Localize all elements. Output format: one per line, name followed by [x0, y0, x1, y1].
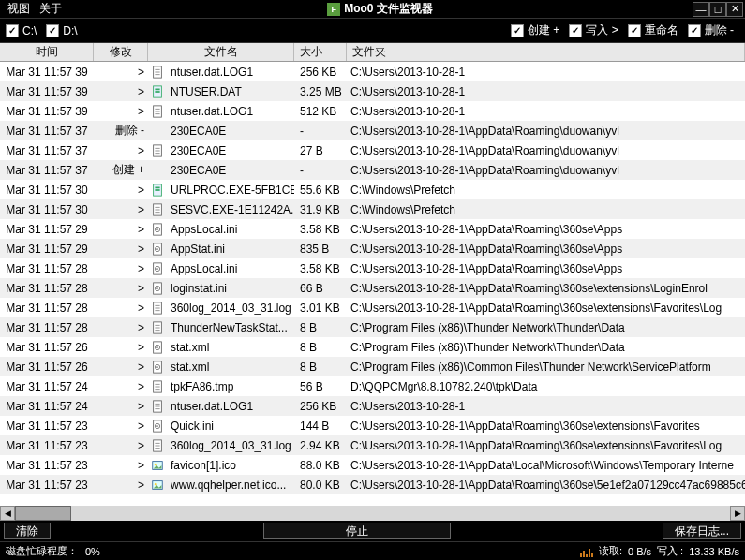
table-row[interactable]: Mar 31 11:57 39>NTUSER.DAT3.25 MBC:\User… [0, 81, 745, 101]
svg-rect-6 [155, 91, 159, 93]
filter-create-label: 创建 + [528, 22, 559, 38]
cell-folder: C:\Program Files (x86)\Thunder Network\T… [347, 337, 745, 357]
table-row[interactable]: Mar 31 11:57 23>www.qqhelper.net.ico...8… [0, 475, 745, 494]
stop-button[interactable]: 停止 [263, 523, 451, 539]
col-folder[interactable]: 文件夹 [347, 43, 745, 61]
file-icon [148, 62, 167, 81]
filter-delete-checkbox[interactable] [688, 24, 701, 37]
cell-size: 8 B [294, 337, 347, 357]
table-row[interactable]: Mar 31 11:57 37删除 -230ECA0E-C:\Users\201… [0, 121, 745, 140]
filter-write-checkbox[interactable] [569, 24, 582, 37]
table-row[interactable]: Mar 31 11:57 37创建 +230ECA0E-C:\Users\201… [0, 160, 745, 180]
table-row[interactable]: Mar 31 11:57 28>loginstat.ini66 BC:\User… [0, 278, 745, 298]
table-row[interactable]: Mar 31 11:57 39>ntuser.dat.LOG1256 KBC:\… [0, 62, 745, 81]
cell-size: - [294, 121, 347, 140]
cell-modify: > [94, 180, 148, 199]
file-icon [148, 337, 167, 357]
table-row[interactable]: Mar 31 11:57 29>AppStat.ini835 BC:\Users… [0, 239, 745, 258]
scroll-right-button[interactable]: ▶ [730, 506, 745, 521]
svg-point-58 [156, 425, 158, 427]
titlebar: 视图 关于 F Moo0 文件监视器 — □ ✕ [0, 0, 745, 19]
cell-time: Mar 31 11:57 37 [0, 140, 94, 160]
cell-folder: D:\QQPCMgr\8.8.10782.240\tpk\Data [347, 376, 745, 396]
table-row[interactable]: Mar 31 11:57 28>AppsLocal.ini3.58 KBC:\U… [0, 258, 745, 278]
file-icon [148, 435, 167, 455]
drive-d-checkbox[interactable] [46, 24, 59, 37]
table-row[interactable]: Mar 31 11:57 28>360log_2014_03_31.log3.0… [0, 298, 745, 317]
col-modify[interactable]: 修改 [94, 43, 148, 61]
cell-size: 256 KB [294, 62, 347, 81]
table-row[interactable]: Mar 31 11:57 37>230ECA0E27 BC:\Users\201… [0, 140, 745, 160]
write-label: 写入 : [657, 544, 683, 558]
cell-size: 80.0 KB [294, 475, 347, 494]
cell-name: SESVC.EXE-1E11242A.pf [167, 199, 294, 219]
horizontal-scrollbar[interactable]: ◀ ▶ [0, 506, 745, 521]
close-button[interactable]: ✕ [726, 2, 743, 17]
cell-folder: C:\Users\2013-10-28-1\AppData\Roaming\36… [347, 475, 745, 494]
cell-modify: > [94, 337, 148, 357]
cell-name: 230ECA0E [167, 140, 294, 160]
cell-name: AppsLocal.ini [167, 258, 294, 278]
file-icon [148, 396, 167, 416]
table-row[interactable]: Mar 31 11:57 26>stat.xml8 BC:\Program Fi… [0, 357, 745, 376]
file-icon [148, 278, 167, 298]
table-row[interactable]: Mar 31 11:57 30>SESVC.EXE-1E11242A.pf31.… [0, 199, 745, 219]
cell-size: 835 B [294, 239, 347, 258]
table-row[interactable]: Mar 31 11:57 23>Quick.ini144 BC:\Users\2… [0, 416, 745, 435]
scroll-left-button[interactable]: ◀ [0, 506, 15, 521]
cell-time: Mar 31 11:57 29 [0, 219, 94, 239]
cell-modify: > [94, 416, 148, 435]
cell-modify: > [94, 140, 148, 160]
cell-time: Mar 31 11:57 30 [0, 180, 94, 199]
filter-rename-checkbox[interactable] [628, 24, 641, 37]
clear-button[interactable]: 清除 [4, 523, 51, 539]
menu-about[interactable]: 关于 [39, 1, 62, 17]
cell-time: Mar 31 11:57 28 [0, 317, 94, 337]
col-time[interactable]: 时间 [0, 43, 94, 61]
cell-modify: > [94, 278, 148, 298]
cell-time: Mar 31 11:57 26 [0, 337, 94, 357]
cell-size: 512 KB [294, 101, 347, 121]
table-row[interactable]: Mar 31 11:57 23>favicon[1].ico88.0 KBC:\… [0, 455, 745, 475]
cell-name: tpkFA86.tmp [167, 376, 294, 396]
cell-time: Mar 31 11:57 37 [0, 160, 94, 180]
cell-folder: C:\Users\2013-10-28-1\AppData\Roaming\du… [347, 160, 745, 180]
scroll-thumb[interactable] [15, 506, 71, 521]
save-log-button[interactable]: 保存日志... [663, 523, 741, 539]
cell-folder: C:\Users\2013-10-28-1 [347, 101, 745, 121]
table-row[interactable]: Mar 31 11:57 24>tpkFA86.tmp56 BD:\QQPCMg… [0, 376, 745, 396]
filter-create-checkbox[interactable] [511, 24, 524, 37]
cell-name: stat.xml [167, 357, 294, 376]
maximize-button[interactable]: □ [709, 2, 726, 17]
table-row[interactable]: Mar 31 11:57 26>stat.xml8 BC:\Program Fi… [0, 337, 745, 357]
cell-name: loginstat.ini [167, 278, 294, 298]
table-row[interactable]: Mar 31 11:57 39>ntuser.dat.LOG1512 KBC:\… [0, 101, 745, 121]
col-size[interactable]: 大小 [294, 43, 347, 61]
drive-c-checkbox[interactable] [6, 24, 19, 37]
cell-modify: > [94, 455, 148, 475]
cell-modify: > [94, 101, 148, 121]
col-name[interactable]: 文件名 [148, 43, 294, 61]
cell-folder: C:\Users\2013-10-28-1\AppData\Local\Micr… [347, 455, 745, 475]
cell-name: stat.xml [167, 337, 294, 357]
cell-size: 144 B [294, 416, 347, 435]
cell-size: - [294, 160, 347, 180]
file-icon [148, 180, 167, 199]
cell-modify: > [94, 258, 148, 278]
table-row[interactable]: Mar 31 11:57 28>ThunderNewTaskStat...8 B… [0, 317, 745, 337]
table-row[interactable]: Mar 31 11:57 30>URLPROC.EXE-5FB1CB...55.… [0, 180, 745, 199]
table-row[interactable]: Mar 31 11:57 29>AppsLocal.ini3.58 KBC:\U… [0, 219, 745, 239]
table-body[interactable]: Mar 31 11:57 39>ntuser.dat.LOG1256 KBC:\… [0, 62, 745, 506]
table-row[interactable]: Mar 31 11:57 23>360log_2014_03_31.log2.9… [0, 435, 745, 455]
cell-modify: > [94, 298, 148, 317]
cell-size: 3.01 KB [294, 298, 347, 317]
menu-view[interactable]: 视图 [7, 1, 30, 17]
scroll-track[interactable] [15, 506, 730, 521]
filter-delete-label: 删除 - [705, 22, 734, 38]
filter-write-label: 写入 > [586, 22, 618, 38]
table-header: 时间 修改 文件名 大小 文件夹 [0, 43, 745, 62]
table-row[interactable]: Mar 31 11:57 24>ntuser.dat.LOG1256 KBC:\… [0, 396, 745, 416]
cell-time: Mar 31 11:57 39 [0, 81, 94, 101]
svg-rect-5 [155, 88, 159, 90]
minimize-button[interactable]: — [693, 2, 709, 17]
